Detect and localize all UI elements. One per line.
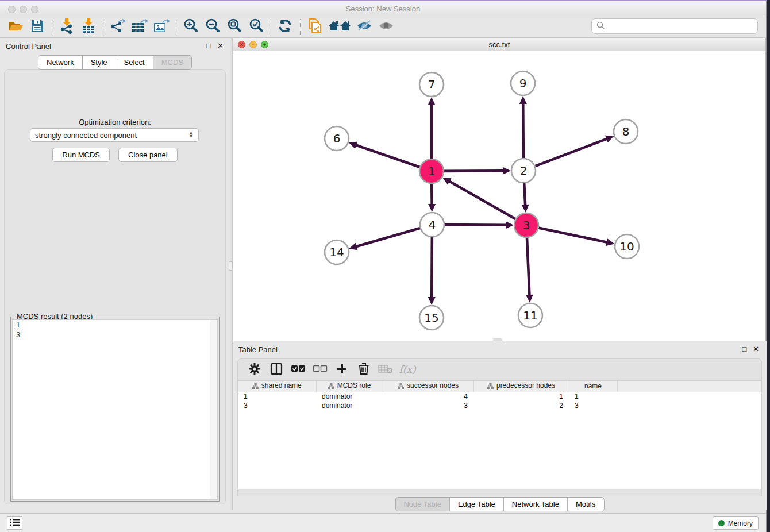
graph-edge-3-1[interactable]	[448, 180, 517, 219]
export-table-button[interactable]	[130, 18, 149, 36]
network-vertical-scrollbar[interactable]	[229, 261, 233, 271]
mcds-tab-content: Optimization criterion: strongly connect…	[4, 69, 226, 504]
gear-icon	[248, 363, 261, 377]
result-line: 3	[13, 330, 217, 340]
import-table-button[interactable]	[79, 18, 98, 36]
graph-node-10[interactable]: 10	[615, 234, 639, 259]
trash-icon	[358, 363, 369, 377]
graph-edge-1-6[interactable]	[355, 145, 421, 168]
delete-column-button[interactable]	[354, 361, 374, 378]
tab-network-table[interactable]: Network Table	[504, 498, 568, 511]
memory-button[interactable]: Memory	[713, 516, 759, 530]
column-header-shared-name[interactable]: shared name	[238, 381, 316, 392]
search-box[interactable]	[591, 18, 758, 34]
task-history-button[interactable]	[7, 516, 22, 530]
graph-node-7[interactable]: 7	[419, 72, 444, 97]
tab-node-table[interactable]: Node Table	[395, 498, 450, 511]
split-columns-icon	[270, 363, 283, 377]
node-table[interactable]: shared nameMCDS rolesuccessor nodesprede…	[237, 380, 762, 489]
function-builder-button[interactable]: f(x)	[398, 361, 417, 378]
svg-text:14: 14	[329, 245, 344, 259]
graph-edge-2-9[interactable]	[523, 102, 523, 160]
column-header-successor-nodes[interactable]: successor nodes	[383, 381, 473, 392]
delete-table-button[interactable]	[376, 361, 395, 378]
graph-node-4[interactable]: 4	[420, 213, 444, 237]
export-network-button[interactable]	[108, 18, 128, 36]
close-panel-button[interactable]: Close panel	[118, 148, 178, 162]
deselect-all-columns-button[interactable]	[310, 361, 330, 378]
svg-text:9: 9	[519, 76, 527, 90]
fx-icon: f(x)	[399, 364, 415, 375]
column-header-name[interactable]: name	[569, 381, 617, 392]
svg-text:15: 15	[424, 311, 438, 325]
run-mcds-button[interactable]: Run MCDS	[52, 148, 110, 162]
close-panel-icon[interactable]: ✕	[217, 42, 224, 49]
mcds-result-list[interactable]: 13	[12, 319, 218, 500]
graph-arrowhead-3-11	[526, 295, 533, 303]
table-panel: Table Panel □ ✕	[233, 341, 767, 510]
float-panel-icon[interactable]: □	[205, 42, 213, 49]
graph-node-3[interactable]: 3	[514, 213, 538, 237]
first-neighbors-button[interactable]	[327, 18, 352, 36]
select-all-columns-button[interactable]	[288, 361, 308, 378]
graph-edge-4-3[interactable]	[443, 225, 507, 225]
status-bar: Memory	[0, 513, 766, 532]
graph-edge-2-3[interactable]	[524, 182, 525, 206]
split-view-button[interactable]	[267, 361, 286, 378]
zoom-out-button[interactable]	[203, 18, 222, 36]
mcds-result-group: MCDS result (2 nodes) 13	[10, 317, 220, 502]
search-input[interactable]	[605, 19, 757, 33]
column-header-predecessor-nodes[interactable]: predecessor nodes	[473, 381, 569, 392]
table-row[interactable]: 3dominator323	[238, 401, 761, 410]
graph-edge-4-14[interactable]	[355, 228, 422, 247]
network-canvas[interactable]: 7968124314101511	[233, 51, 765, 341]
criterion-select[interactable]: strongly connected component ▲▼	[30, 128, 199, 142]
tab-select[interactable]: Select	[116, 56, 153, 69]
graph-node-14[interactable]: 14	[325, 240, 349, 264]
graph-edge-4-15[interactable]	[432, 236, 432, 299]
float-table-panel-icon[interactable]: □	[741, 345, 748, 353]
open-session-button[interactable]	[6, 18, 25, 36]
graph-node-9[interactable]: 9	[511, 71, 535, 95]
graph-arrowhead-3-10	[606, 238, 614, 246]
close-table-panel-icon[interactable]: ✕	[752, 345, 760, 353]
graph-edge-1-2[interactable]	[442, 171, 505, 171]
table-toolbar: f(x)	[237, 358, 762, 380]
graph-node-2[interactable]: 2	[511, 159, 536, 183]
zoom-selected-button[interactable]	[247, 18, 266, 36]
hide-selected-button[interactable]	[355, 18, 374, 36]
column-header-MCDS-role[interactable]: MCDS role	[316, 381, 383, 392]
memory-status-icon	[718, 520, 725, 526]
graph-edge-2-8[interactable]	[534, 138, 608, 167]
import-network-button[interactable]	[57, 18, 76, 36]
tab-style[interactable]: Style	[83, 56, 116, 69]
tab-edge-table[interactable]: Edge Table	[450, 498, 504, 511]
graph-node-11[interactable]: 11	[518, 303, 542, 327]
zoom-fit-button[interactable]	[225, 18, 244, 36]
add-column-button[interactable]	[332, 361, 352, 378]
graph-edge-3-11[interactable]	[527, 236, 530, 296]
network-window-titlebar[interactable]: ✕ − + scc.txt	[233, 38, 765, 51]
graph-node-6[interactable]: 6	[325, 126, 349, 151]
graph-node-8[interactable]: 8	[614, 119, 638, 144]
network-window-title: scc.txt	[233, 40, 765, 49]
tab-network[interactable]: Network	[38, 56, 83, 69]
refresh-layout-button[interactable]	[276, 18, 295, 36]
list-icon	[10, 518, 20, 528]
tab-mcds[interactable]: MCDS	[153, 56, 191, 69]
column-settings-button[interactable]	[245, 361, 264, 378]
import-network-icon	[59, 18, 74, 36]
zoom-in-button[interactable]	[181, 18, 201, 36]
graph-node-1[interactable]: 1	[419, 159, 444, 183]
clone-network-button[interactable]	[305, 18, 325, 36]
graph-node-15[interactable]: 15	[419, 306, 444, 330]
export-image-button[interactable]	[152, 18, 171, 36]
window-titlebar: Session: New Session	[0, 0, 766, 16]
tab-motifs[interactable]: Motifs	[568, 498, 604, 511]
graph-edge-3-10[interactable]	[537, 228, 609, 242]
svg-text:7: 7	[428, 78, 436, 91]
save-session-button[interactable]	[28, 18, 47, 36]
show-all-button[interactable]	[376, 18, 396, 36]
result-scrollbar[interactable]	[210, 320, 217, 499]
table-row[interactable]: 1dominator411	[238, 392, 761, 401]
